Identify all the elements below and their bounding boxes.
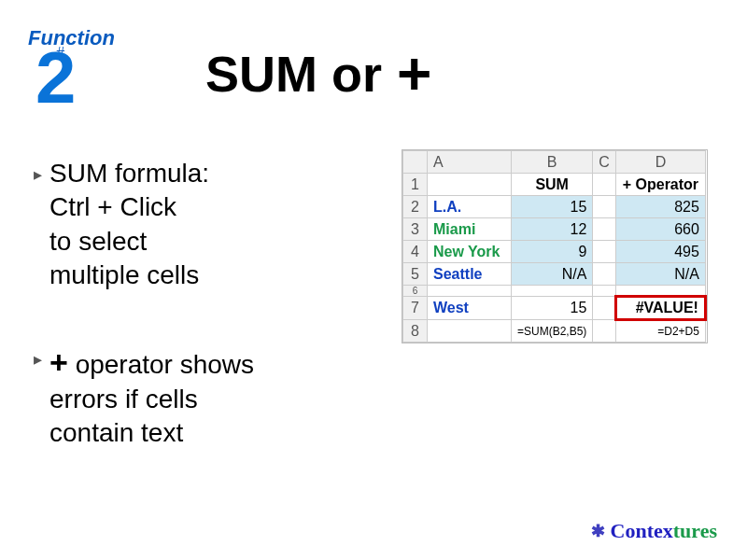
bullet-plus-icon: +	[49, 344, 68, 380]
title-text: SUM or	[205, 45, 382, 103]
header-plus-op: + Operator	[615, 174, 705, 196]
slide-title: SUM or +	[205, 45, 431, 103]
cell	[512, 286, 593, 297]
cell	[593, 218, 616, 241]
header-sum: SUM	[512, 174, 593, 196]
bullet-list: ▸ SUM formula: Ctrl + Click to select mu…	[34, 157, 360, 499]
bullet-arrow-icon: ▸	[34, 164, 42, 293]
city-cell: New York	[428, 241, 512, 263]
bullet-1-line2: Ctrl + Click	[49, 192, 176, 221]
col-header-d: D	[615, 151, 705, 174]
value-cell: 12	[512, 218, 593, 241]
title-plus-icon: +	[397, 53, 431, 95]
bullet-1: ▸ SUM formula: Ctrl + Click to select mu…	[34, 157, 360, 293]
value-cell: 660	[615, 218, 705, 241]
bullet-1-line3: to select	[49, 227, 147, 256]
formula-plus: =D2+D5	[615, 320, 705, 343]
cell	[593, 241, 616, 263]
cell	[593, 196, 616, 218]
bullet-2: ▸ + operator shows errors if cells conta…	[34, 342, 360, 451]
error-cell: #VALUE!	[615, 297, 705, 320]
brand-part1: Contex	[611, 519, 673, 542]
row-header: 7	[403, 297, 428, 320]
bullet-2-line1: operator shows	[68, 350, 254, 379]
value-cell: N/A	[615, 263, 705, 286]
cell	[593, 263, 616, 286]
cell	[428, 174, 512, 196]
cell	[615, 286, 705, 297]
bullet-arrow-icon: ▸	[34, 349, 42, 451]
col-header-b: B	[512, 151, 593, 174]
row-header: 8	[403, 320, 428, 343]
city-cell: L.A.	[428, 196, 512, 218]
value-cell: 15	[512, 196, 593, 218]
bullet-2-line2: errors if cells	[49, 385, 198, 413]
corner-cell	[403, 151, 428, 174]
brand-icon: ✱	[591, 521, 605, 541]
col-header-c: C	[593, 151, 616, 174]
cell	[593, 320, 616, 343]
cell	[593, 286, 616, 297]
row-header: 3	[403, 218, 428, 241]
row-header: 1	[403, 174, 428, 196]
bullet-1-line1: SUM formula:	[49, 159, 209, 188]
cell	[593, 174, 616, 196]
value-cell: 825	[615, 196, 705, 218]
value-cell: N/A	[512, 263, 593, 286]
formula-sum: =SUM(B2,B5)	[512, 320, 593, 343]
cell	[428, 286, 512, 297]
col-header-a: A	[428, 151, 512, 174]
west-sum-cell: 15	[512, 297, 593, 320]
bullet-2-line3: contain text	[49, 418, 183, 447]
function-number: 2	[35, 41, 76, 114]
row-header: 6	[403, 286, 428, 297]
cell	[428, 320, 512, 343]
row-header: 5	[403, 263, 428, 286]
row-header: 2	[403, 196, 428, 218]
brand-logo: ✱ Contextures	[591, 519, 717, 543]
row-header: 4	[403, 241, 428, 263]
value-cell: 9	[512, 241, 593, 263]
value-cell: 495	[615, 241, 705, 263]
west-label: West	[428, 297, 512, 320]
cell	[593, 297, 616, 320]
city-cell: Seattle	[428, 263, 512, 286]
city-cell: Miami	[428, 218, 512, 241]
spreadsheet: A B C D 1 SUM + Operator 2 L.A. 15 825 3…	[402, 149, 708, 343]
brand-part2: tures	[673, 519, 717, 542]
bullet-1-line4: multiple cells	[49, 260, 199, 289]
